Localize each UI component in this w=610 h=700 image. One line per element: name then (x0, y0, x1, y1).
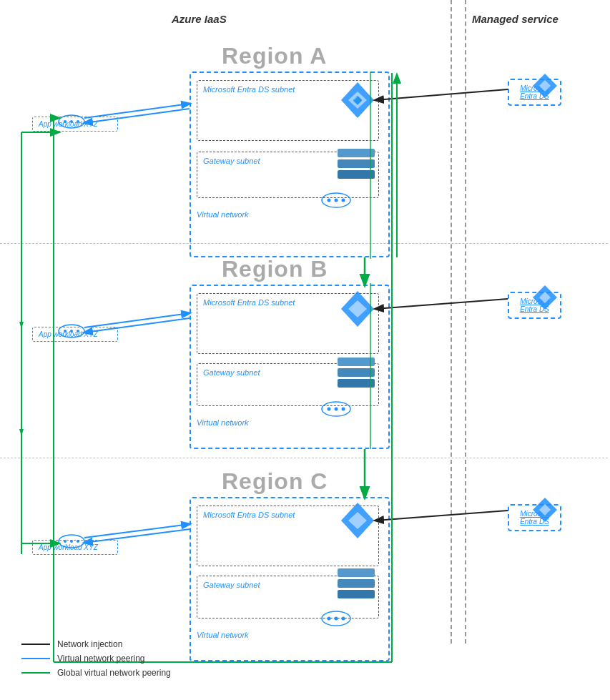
legend-network-injection-label: Network injection (57, 639, 122, 649)
app-workload-c: App workload XYZ (32, 540, 118, 555)
gw-label-b: Gateway subnet (203, 368, 260, 377)
svg-line-44 (375, 299, 508, 309)
vnet-label-c: Virtual network (197, 631, 249, 639)
gw-label-a: Gateway subnet (203, 157, 260, 165)
legend-blue-line (21, 658, 50, 659)
legend-green-line (21, 672, 50, 674)
managed-service-header: Managed service (472, 13, 559, 25)
diagram: Azure IaaS Managed service Region A Micr… (0, 0, 610, 700)
managed-box-c: Microsoft Entra DS (508, 504, 561, 531)
legend-vnet-peering-label: Virtual network peering (57, 654, 145, 664)
h-sep-2 (0, 458, 608, 458)
gw-subnet-a: Gateway subnet (197, 152, 379, 198)
legend-vnet-peering: Virtual network peering (21, 654, 171, 664)
ms-entra-subnet-b: Microsoft Entra DS subnet (197, 293, 379, 354)
vnet-box-c: Microsoft Entra DS subnet Gateway subnet… (190, 497, 390, 661)
vnet-box-a: Microsoft Entra DS subnet Gateway subnet… (190, 72, 390, 257)
managed-label-b: Microsoft Entra DS (513, 297, 556, 313)
gw-subnet-c: Gateway subnet (197, 576, 379, 618)
managed-label-a: Microsoft Entra DS (513, 84, 556, 100)
svg-marker-65 (19, 429, 24, 436)
svg-line-50 (84, 524, 190, 538)
vnet-label-a: Virtual network (197, 210, 249, 219)
ms-entra-label-c: Microsoft Entra DS subnet (203, 511, 295, 519)
region-c-label: Region C (222, 468, 328, 495)
app-workload-a: App workload XYZ (32, 117, 118, 132)
separator-1 (451, 0, 452, 644)
legend-network-injection: Network injection (21, 639, 171, 649)
ms-entra-subnet-a: Microsoft Entra DS subnet (197, 80, 379, 141)
vnet-box-b: Microsoft Entra DS subnet Gateway subnet… (190, 285, 390, 449)
ms-entra-label-a: Microsoft Entra DS subnet (203, 85, 295, 94)
legend-black-line (21, 644, 50, 645)
legend-global-peering-label: Global virtual network peering (57, 668, 171, 678)
separator-2 (465, 0, 466, 644)
svg-line-46 (84, 104, 190, 118)
svg-line-43 (375, 89, 508, 100)
gw-label-c: Gateway subnet (203, 581, 260, 589)
legend-global-peering: Global virtual network peering (21, 668, 171, 678)
managed-box-b: Microsoft Entra DS (508, 292, 561, 319)
svg-line-45 (375, 511, 508, 521)
managed-box-a: Microsoft Entra DS (508, 79, 561, 106)
svg-marker-64 (19, 322, 24, 329)
azure-iaas-header: Azure IaaS (172, 13, 227, 25)
ms-entra-subnet-c: Microsoft Entra DS subnet (197, 506, 379, 566)
svg-line-48 (84, 313, 190, 327)
region-b-label: Region B (222, 256, 328, 282)
app-workload-b: App workload XYZ (32, 327, 118, 342)
vnet-label-b: Virtual network (197, 418, 249, 427)
legend: Network injection Virtual network peerin… (21, 639, 171, 682)
gw-subnet-b: Gateway subnet (197, 363, 379, 406)
managed-label-c: Microsoft Entra DS (513, 510, 556, 526)
ms-entra-label-b: Microsoft Entra DS subnet (203, 298, 295, 307)
region-a-label: Region A (222, 43, 327, 69)
